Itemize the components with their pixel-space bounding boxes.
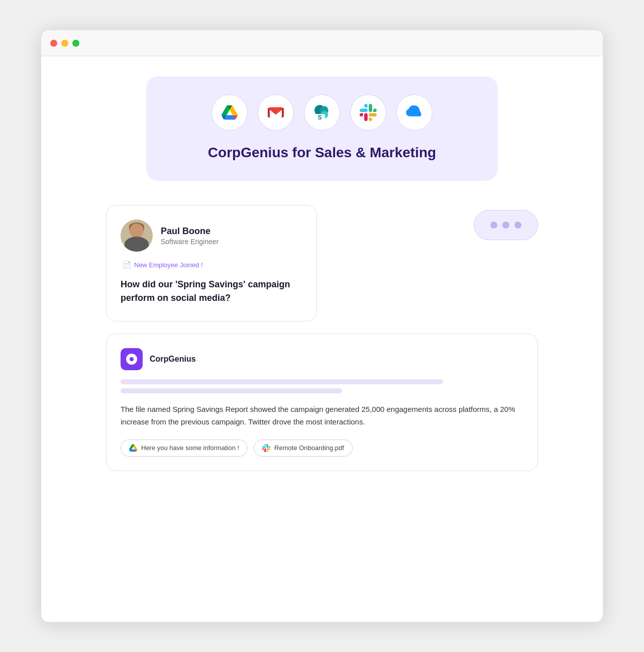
svg-text:S: S (317, 114, 321, 121)
user-card: Paul Boone Software Engineer 📄 New Emplo… (106, 205, 317, 321)
response-text: The file named Spring Savings Report sho… (121, 403, 523, 428)
typing-dot-2 (502, 222, 509, 229)
loading-line-1 (121, 379, 443, 384)
hero-section: S (146, 76, 498, 181)
avatar (121, 220, 153, 252)
typing-dot-1 (490, 222, 497, 229)
source-chip-1[interactable]: Here you have some information ! (121, 440, 248, 457)
minimize-button[interactable] (61, 40, 68, 47)
source-gdrive-icon (129, 444, 137, 452)
response-loading-lines (121, 379, 523, 393)
chat-row-top: Paul Boone Software Engineer 📄 New Emplo… (106, 205, 538, 321)
response-sources: Here you have some information ! (121, 440, 523, 457)
slack-icon[interactable] (350, 94, 386, 131)
gmail-icon[interactable] (258, 94, 294, 131)
browser-titlebar (41, 30, 603, 56)
corpgenius-logo-inner (126, 354, 137, 365)
maximize-button[interactable] (72, 40, 79, 47)
browser-content: S (41, 56, 603, 622)
source-chip-2-label: Remote Onboarding.pdf (274, 444, 344, 452)
browser-window: S (41, 30, 603, 622)
corpgenius-logo-dot (130, 357, 134, 361)
source-slack-icon (262, 444, 270, 452)
response-header: CorpGenius (121, 348, 523, 370)
source-chip-2[interactable]: Remote Onboarding.pdf (254, 440, 353, 457)
chat-area: Paul Boone Software Engineer 📄 New Emplo… (106, 205, 538, 471)
integration-icons: S (211, 94, 433, 131)
hero-title: CorpGenius for Sales & Marketing (208, 145, 436, 161)
user-card-header: Paul Boone Software Engineer (121, 220, 302, 252)
onedrive-icon[interactable] (396, 94, 433, 131)
corpgenius-logo (121, 348, 143, 370)
new-employee-badge: 📄 New Employee Joined ! (121, 261, 302, 269)
typing-dot-3 (514, 222, 521, 229)
close-button[interactable] (50, 40, 57, 47)
sharepoint-icon[interactable]: S (304, 94, 340, 131)
badge-text: New Employee Joined ! (134, 261, 203, 269)
response-card: CorpGenius The file named Spring Savings… (106, 334, 538, 471)
typing-bubble (474, 210, 538, 240)
user-name: Paul Boone (161, 226, 219, 237)
loading-line-2 (121, 388, 342, 393)
user-question: How did our 'Spring Savings' campaign pe… (121, 278, 302, 305)
traffic-lights (50, 40, 79, 47)
badge-icon: 📄 (123, 261, 131, 269)
source-chip-1-label: Here you have some information ! (141, 444, 239, 452)
user-info: Paul Boone Software Engineer (161, 226, 219, 246)
user-role: Software Engineer (161, 238, 219, 246)
response-brand: CorpGenius (150, 355, 196, 364)
google-drive-icon[interactable] (211, 94, 248, 131)
